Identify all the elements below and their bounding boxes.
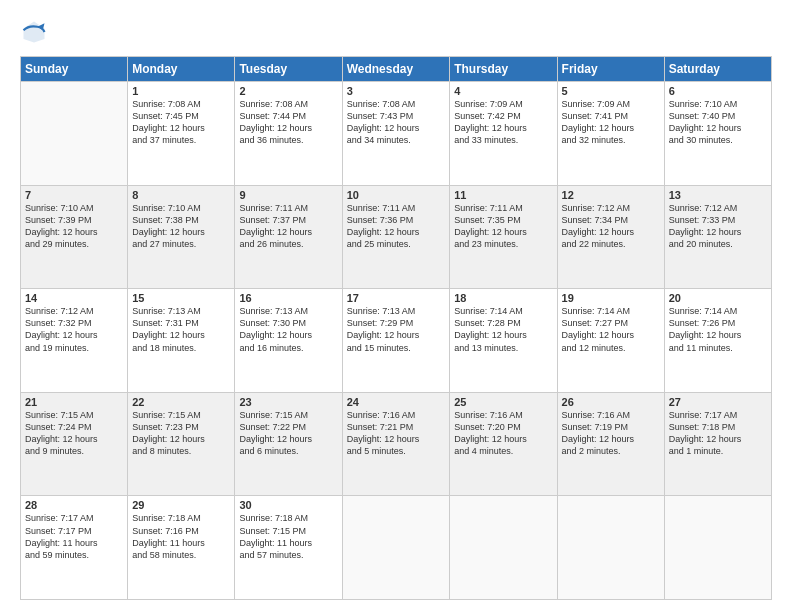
day-number: 7: [25, 189, 123, 201]
weekday-header-monday: Monday: [128, 57, 235, 82]
day-number: 4: [454, 85, 552, 97]
calendar-cell: 29Sunrise: 7:18 AM Sunset: 7:16 PM Dayli…: [128, 496, 235, 600]
cell-text: Sunrise: 7:12 AM Sunset: 7:33 PM Dayligh…: [669, 202, 767, 251]
day-number: 20: [669, 292, 767, 304]
day-number: 30: [239, 499, 337, 511]
cell-text: Sunrise: 7:14 AM Sunset: 7:26 PM Dayligh…: [669, 305, 767, 354]
day-number: 29: [132, 499, 230, 511]
cell-text: Sunrise: 7:11 AM Sunset: 7:36 PM Dayligh…: [347, 202, 446, 251]
cell-text: Sunrise: 7:16 AM Sunset: 7:19 PM Dayligh…: [562, 409, 660, 458]
cell-text: Sunrise: 7:08 AM Sunset: 7:44 PM Dayligh…: [239, 98, 337, 147]
calendar-cell: 24Sunrise: 7:16 AM Sunset: 7:21 PM Dayli…: [342, 392, 450, 496]
calendar-cell: 13Sunrise: 7:12 AM Sunset: 7:33 PM Dayli…: [664, 185, 771, 289]
cell-text: Sunrise: 7:15 AM Sunset: 7:24 PM Dayligh…: [25, 409, 123, 458]
page: SundayMondayTuesdayWednesdayThursdayFrid…: [0, 0, 792, 612]
cell-text: Sunrise: 7:10 AM Sunset: 7:39 PM Dayligh…: [25, 202, 123, 251]
calendar-week-row: 1Sunrise: 7:08 AM Sunset: 7:45 PM Daylig…: [21, 82, 772, 186]
calendar-cell: 11Sunrise: 7:11 AM Sunset: 7:35 PM Dayli…: [450, 185, 557, 289]
calendar-cell: 7Sunrise: 7:10 AM Sunset: 7:39 PM Daylig…: [21, 185, 128, 289]
calendar-table: SundayMondayTuesdayWednesdayThursdayFrid…: [20, 56, 772, 600]
weekday-header-wednesday: Wednesday: [342, 57, 450, 82]
calendar-cell: 3Sunrise: 7:08 AM Sunset: 7:43 PM Daylig…: [342, 82, 450, 186]
calendar-cell: 22Sunrise: 7:15 AM Sunset: 7:23 PM Dayli…: [128, 392, 235, 496]
calendar-cell: 25Sunrise: 7:16 AM Sunset: 7:20 PM Dayli…: [450, 392, 557, 496]
day-number: 16: [239, 292, 337, 304]
day-number: 3: [347, 85, 446, 97]
cell-text: Sunrise: 7:13 AM Sunset: 7:31 PM Dayligh…: [132, 305, 230, 354]
calendar-cell: [450, 496, 557, 600]
day-number: 21: [25, 396, 123, 408]
day-number: 27: [669, 396, 767, 408]
calendar-cell: [557, 496, 664, 600]
cell-text: Sunrise: 7:08 AM Sunset: 7:43 PM Dayligh…: [347, 98, 446, 147]
cell-text: Sunrise: 7:13 AM Sunset: 7:30 PM Dayligh…: [239, 305, 337, 354]
cell-text: Sunrise: 7:17 AM Sunset: 7:17 PM Dayligh…: [25, 512, 123, 561]
calendar-cell: 9Sunrise: 7:11 AM Sunset: 7:37 PM Daylig…: [235, 185, 342, 289]
cell-text: Sunrise: 7:11 AM Sunset: 7:35 PM Dayligh…: [454, 202, 552, 251]
calendar-week-row: 21Sunrise: 7:15 AM Sunset: 7:24 PM Dayli…: [21, 392, 772, 496]
calendar-cell: 23Sunrise: 7:15 AM Sunset: 7:22 PM Dayli…: [235, 392, 342, 496]
day-number: 22: [132, 396, 230, 408]
calendar-week-row: 7Sunrise: 7:10 AM Sunset: 7:39 PM Daylig…: [21, 185, 772, 289]
calendar-cell: 6Sunrise: 7:10 AM Sunset: 7:40 PM Daylig…: [664, 82, 771, 186]
logo-icon: [20, 18, 48, 46]
weekday-header-tuesday: Tuesday: [235, 57, 342, 82]
day-number: 13: [669, 189, 767, 201]
cell-text: Sunrise: 7:09 AM Sunset: 7:41 PM Dayligh…: [562, 98, 660, 147]
day-number: 8: [132, 189, 230, 201]
cell-text: Sunrise: 7:12 AM Sunset: 7:32 PM Dayligh…: [25, 305, 123, 354]
weekday-header-sunday: Sunday: [21, 57, 128, 82]
calendar-cell: 5Sunrise: 7:09 AM Sunset: 7:41 PM Daylig…: [557, 82, 664, 186]
weekday-header-friday: Friday: [557, 57, 664, 82]
weekday-header-saturday: Saturday: [664, 57, 771, 82]
calendar-cell: 17Sunrise: 7:13 AM Sunset: 7:29 PM Dayli…: [342, 289, 450, 393]
calendar-cell: 1Sunrise: 7:08 AM Sunset: 7:45 PM Daylig…: [128, 82, 235, 186]
day-number: 6: [669, 85, 767, 97]
day-number: 10: [347, 189, 446, 201]
calendar-cell: 18Sunrise: 7:14 AM Sunset: 7:28 PM Dayli…: [450, 289, 557, 393]
day-number: 24: [347, 396, 446, 408]
weekday-header-row: SundayMondayTuesdayWednesdayThursdayFrid…: [21, 57, 772, 82]
calendar-cell: 21Sunrise: 7:15 AM Sunset: 7:24 PM Dayli…: [21, 392, 128, 496]
calendar-cell: 20Sunrise: 7:14 AM Sunset: 7:26 PM Dayli…: [664, 289, 771, 393]
cell-text: Sunrise: 7:14 AM Sunset: 7:28 PM Dayligh…: [454, 305, 552, 354]
calendar-cell: 26Sunrise: 7:16 AM Sunset: 7:19 PM Dayli…: [557, 392, 664, 496]
calendar-cell: 16Sunrise: 7:13 AM Sunset: 7:30 PM Dayli…: [235, 289, 342, 393]
day-number: 9: [239, 189, 337, 201]
cell-text: Sunrise: 7:13 AM Sunset: 7:29 PM Dayligh…: [347, 305, 446, 354]
weekday-header-thursday: Thursday: [450, 57, 557, 82]
calendar-cell: 19Sunrise: 7:14 AM Sunset: 7:27 PM Dayli…: [557, 289, 664, 393]
day-number: 12: [562, 189, 660, 201]
calendar-cell: 12Sunrise: 7:12 AM Sunset: 7:34 PM Dayli…: [557, 185, 664, 289]
day-number: 25: [454, 396, 552, 408]
header: [20, 18, 772, 46]
calendar-cell: 10Sunrise: 7:11 AM Sunset: 7:36 PM Dayli…: [342, 185, 450, 289]
cell-text: Sunrise: 7:15 AM Sunset: 7:23 PM Dayligh…: [132, 409, 230, 458]
day-number: 5: [562, 85, 660, 97]
day-number: 1: [132, 85, 230, 97]
calendar-week-row: 14Sunrise: 7:12 AM Sunset: 7:32 PM Dayli…: [21, 289, 772, 393]
cell-text: Sunrise: 7:16 AM Sunset: 7:20 PM Dayligh…: [454, 409, 552, 458]
day-number: 17: [347, 292, 446, 304]
cell-text: Sunrise: 7:09 AM Sunset: 7:42 PM Dayligh…: [454, 98, 552, 147]
cell-text: Sunrise: 7:15 AM Sunset: 7:22 PM Dayligh…: [239, 409, 337, 458]
calendar-cell: 30Sunrise: 7:18 AM Sunset: 7:15 PM Dayli…: [235, 496, 342, 600]
day-number: 28: [25, 499, 123, 511]
calendar-cell: 2Sunrise: 7:08 AM Sunset: 7:44 PM Daylig…: [235, 82, 342, 186]
calendar-cell: [21, 82, 128, 186]
day-number: 11: [454, 189, 552, 201]
day-number: 2: [239, 85, 337, 97]
cell-text: Sunrise: 7:16 AM Sunset: 7:21 PM Dayligh…: [347, 409, 446, 458]
cell-text: Sunrise: 7:11 AM Sunset: 7:37 PM Dayligh…: [239, 202, 337, 251]
calendar-cell: 14Sunrise: 7:12 AM Sunset: 7:32 PM Dayli…: [21, 289, 128, 393]
calendar-week-row: 28Sunrise: 7:17 AM Sunset: 7:17 PM Dayli…: [21, 496, 772, 600]
calendar-cell: 4Sunrise: 7:09 AM Sunset: 7:42 PM Daylig…: [450, 82, 557, 186]
day-number: 18: [454, 292, 552, 304]
calendar-cell: 15Sunrise: 7:13 AM Sunset: 7:31 PM Dayli…: [128, 289, 235, 393]
calendar-cell: [342, 496, 450, 600]
logo: [20, 18, 52, 46]
calendar-cell: 28Sunrise: 7:17 AM Sunset: 7:17 PM Dayli…: [21, 496, 128, 600]
cell-text: Sunrise: 7:18 AM Sunset: 7:15 PM Dayligh…: [239, 512, 337, 561]
cell-text: Sunrise: 7:08 AM Sunset: 7:45 PM Dayligh…: [132, 98, 230, 147]
calendar-cell: 8Sunrise: 7:10 AM Sunset: 7:38 PM Daylig…: [128, 185, 235, 289]
